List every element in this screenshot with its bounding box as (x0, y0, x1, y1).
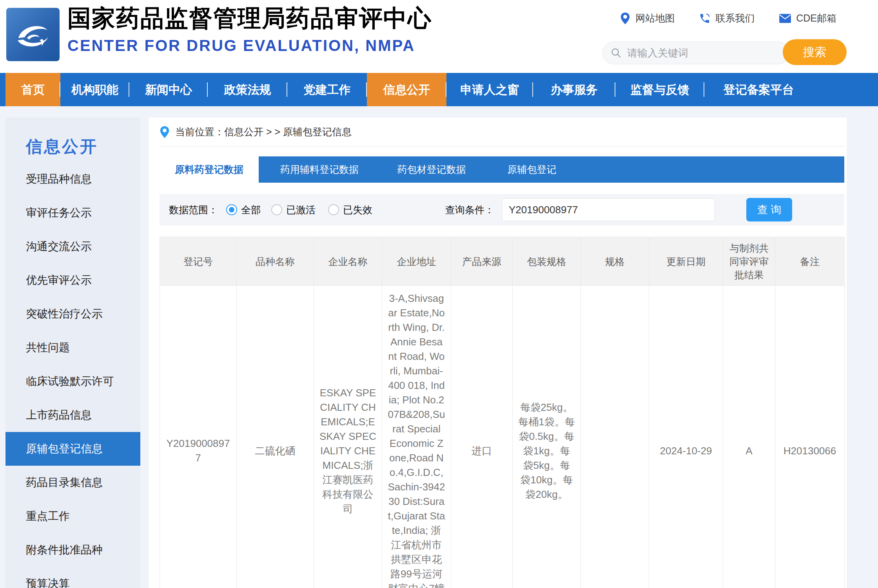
contact-label: 联系我们 (715, 12, 755, 25)
radio-all[interactable]: 全部 (226, 194, 261, 225)
sidebar-item-key-work[interactable]: 重点工作 (5, 499, 140, 533)
cell-update-date: 2024-10-29 (649, 286, 723, 588)
cell-registration-no: Y20190008977 (160, 286, 237, 588)
query-input[interactable] (502, 198, 715, 221)
cell-product-source: 进口 (451, 286, 513, 588)
site-search-button[interactable]: 搜索 (783, 39, 847, 65)
col-joint-review-result: 与制剂共同审评审批结果 (723, 237, 775, 286)
sidebar-item-accepted-products[interactable]: 受理品种信息 (5, 162, 140, 196)
radio-activated-circle (271, 204, 282, 215)
col-company-address: 企业地址 (382, 237, 451, 286)
col-spec: 规格 (581, 237, 649, 286)
nav-item-news[interactable]: 新闻中心 (129, 73, 208, 106)
sidebar-item-review-tasks[interactable]: 审评任务公示 (5, 196, 140, 230)
page: 国家药品监督管理局药品审评中心 CENTER FOR DRUG EVALUATI… (0, 0, 878, 588)
nav-item-registration-platform[interactable]: 登记备案平台 (704, 73, 813, 106)
breadcrumb: 当前位置：信息公开 > > 原辅包登记信息 (160, 118, 844, 147)
phone-icon (699, 13, 711, 24)
radio-activated-label: 已激活 (286, 203, 316, 216)
cell-spec (581, 286, 649, 588)
radio-expired-label: 已失效 (343, 203, 372, 216)
tab-apiexcipient-registration[interactable]: 原辅包登记 (483, 156, 581, 183)
col-registration-no: 登记号 (160, 237, 237, 286)
nav-item-functions[interactable]: 机构职能 (60, 73, 129, 106)
main-nav: 首页 机构职能 新闻中心 政策法规 党建工作 信息公开 申请人之窗 办事服务 监… (0, 73, 878, 106)
cell-remarks: H20130066 (775, 286, 845, 588)
content-card: 当前位置：信息公开 > > 原辅包登记信息 原料药登记数据 药用辅料登记数据 药… (149, 118, 847, 588)
nav-item-home[interactable]: 首页 (5, 73, 60, 106)
sidebar: 信息公开 受理品种信息 审评任务公示 沟通交流公示 优先审评公示 突破性治疗公示… (5, 118, 140, 588)
cell-company-name: ESKAY SPECIALITY CHEMICALS;ESKAY SPECIAL… (314, 286, 382, 588)
site-logo[interactable] (6, 8, 60, 61)
site-search-box[interactable] (602, 42, 789, 64)
results-table: 登记号 品种名称 企业名称 企业地址 产品来源 包装规格 规格 更新日期 与制剂… (160, 237, 845, 588)
col-product-source: 产品来源 (451, 237, 513, 286)
location-pin-icon (620, 12, 631, 25)
top-links: 网站地图 联系我们 CDE邮箱 (620, 12, 836, 25)
sidebar-item-conditional-approval[interactable]: 附条件批准品种 (5, 533, 140, 567)
tab-bar: 原料药登记数据 药用辅料登记数据 药包材登记数据 原辅包登记 (160, 156, 844, 183)
sidebar-item-common-issues[interactable]: 共性问题 (5, 331, 140, 365)
nav-item-services[interactable]: 办事服务 (533, 73, 615, 106)
nav-item-applicant[interactable]: 申请人之窗 (446, 73, 533, 106)
sidebar-item-marketed-drugs[interactable]: 上市药品信息 (5, 398, 140, 432)
title-block: 国家药品监督管理局药品审评中心 CENTER FOR DRUG EVALUATI… (67, 5, 432, 54)
sitemap-label: 网站地图 (635, 12, 675, 25)
col-remarks: 备注 (775, 237, 845, 286)
tab-api-registration-data[interactable]: 原料药登记数据 (160, 156, 259, 183)
scope-label: 数据范围： (169, 194, 218, 225)
cell-company-address: 3-A,Shivsagar Estate,North Wing, Dr.Anni… (382, 286, 451, 588)
site-search-input[interactable] (627, 47, 756, 59)
query-label: 查询条件： (445, 194, 494, 225)
table-row[interactable]: Y20190008977 二硫化硒 ESKAY SPECIALITY CHEMI… (160, 286, 845, 588)
swan-logo-icon (11, 13, 54, 56)
col-packaging-spec: 包装规格 (513, 237, 581, 286)
sidebar-item-budget[interactable]: 预算决算 (5, 567, 140, 588)
table-header-row: 登记号 品种名称 企业名称 企业地址 产品来源 包装规格 规格 更新日期 与制剂… (160, 237, 845, 286)
site-header: 国家药品监督管理局药品审评中心 CENTER FOR DRUG EVALUATI… (0, 0, 878, 73)
sitemap-link[interactable]: 网站地图 (620, 12, 675, 25)
nav-item-policy[interactable]: 政策法规 (208, 73, 287, 106)
contact-link[interactable]: 联系我们 (699, 12, 755, 25)
sidebar-item-breakthrough[interactable]: 突破性治疗公示 (5, 297, 140, 331)
sidebar-item-drug-catalog[interactable]: 药品目录集信息 (5, 466, 140, 499)
mail-link[interactable]: CDE邮箱 (779, 12, 836, 25)
col-update-date: 更新日期 (649, 237, 723, 286)
cell-product-name: 二硫化硒 (237, 286, 314, 588)
sidebar-item-clinical-trial[interactable]: 临床试验默示许可 (5, 365, 140, 398)
radio-expired[interactable]: 已失效 (328, 194, 372, 225)
sidebar-title: 信息公开 (5, 118, 140, 154)
sidebar-item-priority-review[interactable]: 优先审评公示 (5, 263, 140, 297)
radio-all-circle (226, 204, 237, 215)
sidebar-menu: 受理品种信息 审评任务公示 沟通交流公示 优先审评公示 突破性治疗公示 共性问题… (5, 162, 140, 588)
tab-packaging-registration-data[interactable]: 药包材登记数据 (380, 156, 483, 183)
nav-item-party[interactable]: 党建工作 (287, 73, 367, 106)
cell-packaging-spec: 每袋25kg。每桶1袋。每袋0.5kg。每袋1kg。每袋5kg。每袋10kg。每… (513, 286, 581, 588)
col-company-name: 企业名称 (314, 237, 382, 286)
radio-all-label: 全部 (241, 203, 261, 216)
sidebar-item-communication[interactable]: 沟通交流公示 (5, 230, 140, 263)
nav-item-info-public[interactable]: 信息公开 (367, 73, 446, 106)
search-icon (611, 47, 622, 58)
tab-excipient-registration-data[interactable]: 药用辅料登记数据 (259, 156, 380, 183)
sidebar-item-apiexcipient-registration[interactable]: 原辅包登记信息 (5, 432, 140, 466)
breadcrumb-pin-icon (160, 126, 170, 138)
query-button[interactable]: 查 询 (746, 198, 792, 221)
radio-activated[interactable]: 已激活 (271, 194, 316, 225)
cell-joint-review-result: A (723, 286, 775, 588)
radio-expired-circle (328, 204, 339, 215)
breadcrumb-text: 当前位置：信息公开 > > 原辅包登记信息 (175, 125, 352, 138)
mail-label: CDE邮箱 (796, 12, 836, 25)
filter-bar: 数据范围： 全部 已激活 已失效 查询条件： 查 询 (160, 194, 844, 225)
mail-icon (779, 13, 791, 24)
site-title: 国家药品监督管理局药品审评中心 (67, 5, 432, 31)
site-subtitle: CENTER FOR DRUG EVALUATION, NMPA (67, 37, 432, 54)
nav-item-supervision[interactable]: 监督与反馈 (615, 73, 704, 106)
col-product-name: 品种名称 (237, 237, 314, 286)
